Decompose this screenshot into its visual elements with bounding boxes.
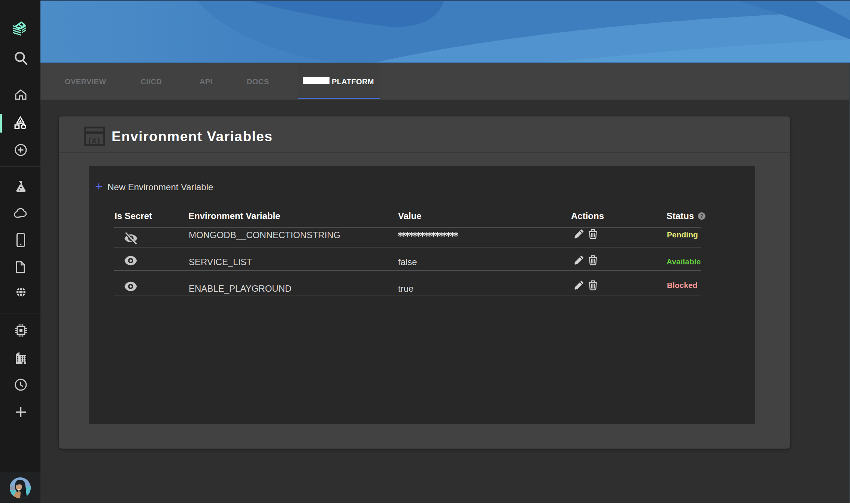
svg-text:(X): (X) [88,136,100,145]
